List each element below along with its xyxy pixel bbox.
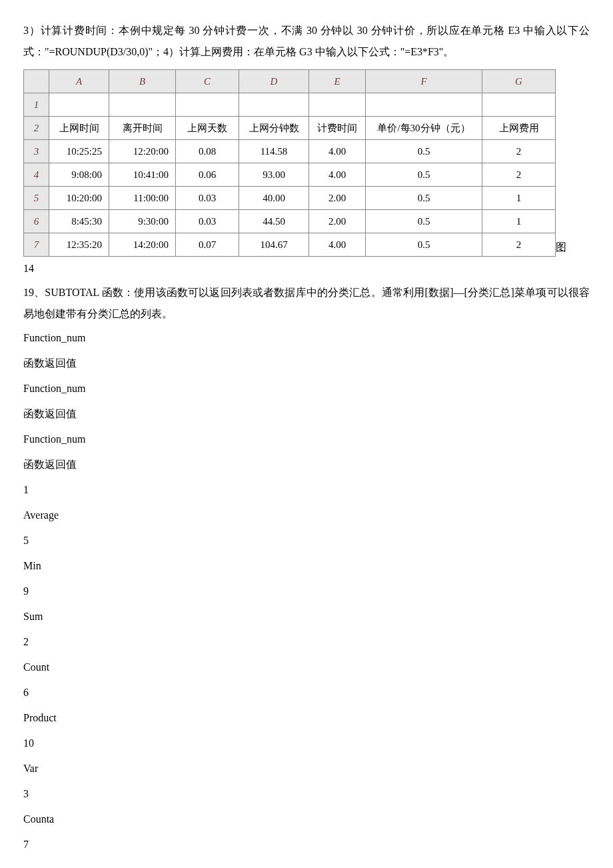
list-item: Var — [23, 758, 590, 779]
list-item: Count — [23, 657, 590, 678]
cell: 0.08 — [176, 140, 239, 163]
paragraph-2: 19、SUBTOTAL 函数：使用该函数可以返回列表或者数据库中的分类汇总。通常… — [23, 282, 590, 325]
cell: 2 — [482, 233, 556, 257]
row-number: 7 — [24, 233, 49, 257]
corner-cell — [24, 70, 49, 93]
cell: 4.00 — [309, 233, 366, 257]
table-row: 6 8:45:30 9:30:00 0.03 44.50 2.00 0.5 1 — [24, 210, 556, 233]
cell: 上网天数 — [176, 117, 239, 140]
cell — [176, 93, 239, 117]
cell: 0.07 — [176, 233, 239, 257]
cell — [366, 93, 482, 117]
cell — [239, 93, 309, 117]
cell: 0.5 — [366, 187, 482, 210]
list-item: 6 — [23, 682, 590, 703]
column-header-row: A B C D E F G — [24, 70, 556, 93]
cell — [482, 93, 556, 117]
cell: 14:20:00 — [109, 233, 176, 257]
cell: 单价/每30分钟（元） — [366, 117, 482, 140]
paragraph-1: 3）计算计费时间：本例中规定每 30 分钟计费一次，不满 30 分钟以 30 分… — [23, 20, 590, 63]
list-item: 10 — [23, 733, 590, 754]
cell — [49, 93, 109, 117]
cell — [109, 93, 176, 117]
cell: 0.03 — [176, 187, 239, 210]
list-item: 5 — [23, 530, 590, 551]
cell: 12:20:00 — [109, 140, 176, 163]
row-number: 1 — [24, 93, 49, 117]
cell: 114.58 — [239, 140, 309, 163]
list-item: Counta — [23, 809, 590, 830]
table-row: 4 9:08:00 10:41:00 0.06 93.00 4.00 0.5 2 — [24, 163, 556, 187]
col-header: A — [49, 70, 109, 93]
list-item: 1 — [23, 479, 590, 501]
row-number: 5 — [24, 187, 49, 210]
spreadsheet-table: A B C D E F G 1 2 上网时间 离开时间 上网天数 上网分钟数 计… — [23, 69, 556, 257]
cell: 8:45:30 — [49, 210, 109, 233]
cell: 9:30:00 — [109, 210, 176, 233]
spreadsheet-figure: A B C D E F G 1 2 上网时间 离开时间 上网天数 上网分钟数 计… — [23, 65, 556, 258]
cell: 2.00 — [309, 187, 366, 210]
col-header: G — [482, 70, 556, 93]
row-number: 3 — [24, 140, 49, 163]
table-row: 2 上网时间 离开时间 上网天数 上网分钟数 计费时间 单价/每30分钟（元） … — [24, 117, 556, 140]
col-header: D — [239, 70, 309, 93]
row-number: 6 — [24, 210, 49, 233]
col-header: B — [109, 70, 176, 93]
cell: 10:20:00 — [49, 187, 109, 210]
cell: 12:35:20 — [49, 233, 109, 257]
list-item: Function_num — [23, 429, 590, 450]
cell: 4.00 — [309, 163, 366, 187]
cell: 0.06 — [176, 163, 239, 187]
cell: 44.50 — [239, 210, 309, 233]
col-header: E — [309, 70, 366, 93]
list-item: 函数返回值 — [23, 454, 590, 475]
cell: 2 — [482, 140, 556, 163]
list-item: Function_num — [23, 378, 590, 399]
cell: 93.00 — [239, 163, 309, 187]
list-block: Function_num 函数返回值 Function_num 函数返回值 Fu… — [23, 327, 590, 855]
cell: 1 — [482, 187, 556, 210]
cell: 0.5 — [366, 163, 482, 187]
list-item: Min — [23, 555, 590, 577]
list-item: 9 — [23, 581, 590, 602]
row-number: 2 — [24, 117, 49, 140]
figure-number: 14 — [23, 258, 590, 279]
table-row: 5 10:20:00 11:00:00 0.03 40.00 2.00 0.5 … — [24, 187, 556, 210]
cell: 2 — [482, 163, 556, 187]
list-item: 2 — [23, 631, 590, 653]
cell: 4.00 — [309, 140, 366, 163]
list-item: 7 — [23, 834, 590, 855]
cell: 10:41:00 — [109, 163, 176, 187]
cell — [309, 93, 366, 117]
list-item: 函数返回值 — [23, 353, 590, 374]
cell: 0.5 — [366, 233, 482, 257]
cell: 1 — [482, 210, 556, 233]
cell: 104.67 — [239, 233, 309, 257]
cell: 上网分钟数 — [239, 117, 309, 140]
cell: 上网时间 — [49, 117, 109, 140]
cell: 离开时间 — [109, 117, 176, 140]
table-row: 3 10:25:25 12:20:00 0.08 114.58 4.00 0.5… — [24, 140, 556, 163]
list-item: Product — [23, 707, 590, 729]
col-header: C — [176, 70, 239, 93]
row-number: 4 — [24, 163, 49, 187]
list-item: Function_num — [23, 327, 590, 349]
list-item: Sum — [23, 606, 590, 627]
cell: 9:08:00 — [49, 163, 109, 187]
cell: 11:00:00 — [109, 187, 176, 210]
cell: 0.03 — [176, 210, 239, 233]
cell: 10:25:25 — [49, 140, 109, 163]
cell: 2.00 — [309, 210, 366, 233]
cell: 0.5 — [366, 140, 482, 163]
cell: 40.00 — [239, 187, 309, 210]
table-row: 7 12:35:20 14:20:00 0.07 104.67 4.00 0.5… — [24, 233, 556, 257]
col-header: F — [366, 70, 482, 93]
list-item: Average — [23, 505, 590, 526]
cell: 0.5 — [366, 210, 482, 233]
figure-label-prefix: 图 — [556, 241, 566, 253]
table-row: 1 — [24, 93, 556, 117]
list-item: 函数返回值 — [23, 403, 590, 425]
list-item: 3 — [23, 783, 590, 805]
cell: 计费时间 — [309, 117, 366, 140]
cell: 上网费用 — [482, 117, 556, 140]
